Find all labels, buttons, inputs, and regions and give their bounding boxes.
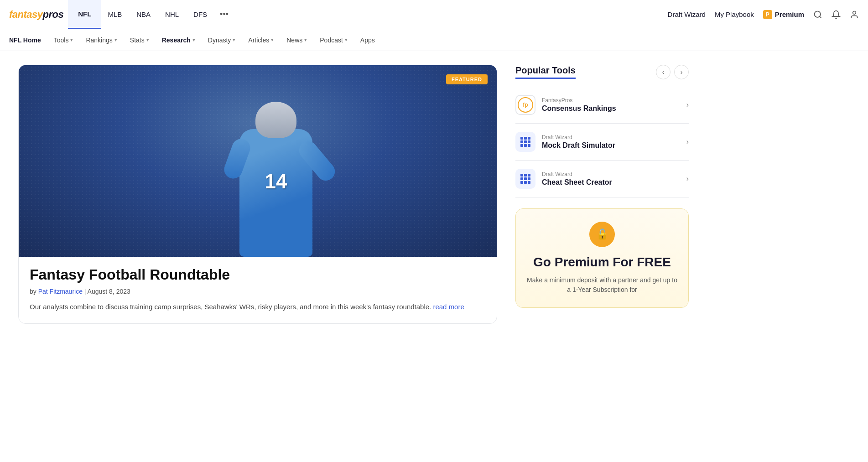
news-chevron-icon: ▾ [304, 37, 307, 43]
top-navigation: fantasypros NFL MLB NBA NHL DFS ••• Draf… [0, 0, 868, 29]
apps-label: Apps [360, 36, 375, 44]
articles-menu[interactable]: Articles ▾ [243, 33, 279, 47]
more-link[interactable]: ••• [215, 6, 233, 23]
apps-link[interactable]: Apps [355, 33, 380, 47]
notifications-button[interactable] [832, 10, 841, 19]
content-area: 14 FEATURED Fantasy Football Roundtable … [18, 65, 497, 324]
premium-lock-icon: 🔓 [589, 222, 615, 247]
dfs-link[interactable]: DFS [187, 7, 213, 22]
nav-links: MLB NBA NHL DFS ••• [101, 6, 667, 23]
podcast-label: Podcast [320, 36, 343, 44]
svg-point-2 [853, 11, 856, 14]
rankings-chevron-icon: ▾ [114, 37, 117, 43]
tools-chevron-icon: ▾ [70, 37, 73, 43]
featured-article-card[interactable]: 14 FEATURED Fantasy Football Roundtable … [18, 65, 497, 324]
nfl-home-link[interactable]: NFL Home [9, 33, 47, 47]
nfl-tab[interactable]: NFL [68, 0, 101, 29]
dynasty-label: Dynasty [208, 36, 231, 44]
research-chevron-icon: ▾ [192, 37, 195, 43]
article-by: by [30, 288, 36, 295]
bell-icon [832, 10, 841, 19]
article-title: Fantasy Football Roundtable [30, 266, 486, 283]
articles-label: Articles [248, 36, 269, 44]
nhl-link[interactable]: NHL [159, 7, 185, 22]
my-playbook-link[interactable]: My Playbook [715, 10, 754, 18]
main-layout: 14 FEATURED Fantasy Football Roundtable … [0, 51, 868, 337]
tool-info-consensus-rankings: FantasyPros Consensus Rankings [542, 97, 680, 113]
tool-chevron-icon-1: › [686, 138, 689, 146]
tool-chevron-icon-0: › [686, 101, 689, 109]
fp-logo: fp [518, 97, 533, 113]
tool-chevron-icon-2: › [686, 175, 689, 183]
premium-promo-description: Make a minimum deposit with a partner an… [527, 275, 677, 295]
stats-menu[interactable]: Stats ▾ [125, 33, 155, 47]
draft-wizard-link[interactable]: Draft Wizard [668, 10, 706, 18]
svg-line-1 [820, 16, 821, 18]
premium-icon: P [763, 10, 772, 19]
dynasty-menu[interactable]: Dynasty ▾ [203, 33, 241, 47]
premium-promo[interactable]: 🔓 Go Premium For FREE Make a minimum dep… [515, 208, 689, 308]
next-tool-button[interactable]: › [674, 65, 689, 79]
stats-label: Stats [130, 36, 145, 44]
article-author-link[interactable]: Pat Fitzmaurice [38, 288, 83, 295]
articles-chevron-icon: ▾ [271, 37, 274, 43]
tool-item-cheat-sheet[interactable]: Draft Wizard Cheat Sheet Creator › [515, 161, 689, 197]
premium-promo-title: Go Premium For FREE [527, 254, 677, 270]
logo-pros: pros [43, 9, 64, 20]
nav-right: Draft Wizard My Playbook P Premium [668, 10, 859, 19]
popular-tools-header: Popular Tools ‹ › [515, 65, 689, 79]
logo[interactable]: fantasypros [9, 9, 63, 21]
tool-category-1: Draft Wizard [542, 134, 680, 140]
premium-label: Premium [775, 10, 804, 18]
read-more-link[interactable]: read more [433, 303, 464, 311]
article-separator: | [84, 288, 88, 295]
tools-label: Tools [54, 36, 69, 44]
user-icon [850, 10, 859, 19]
grid-icon-2 [520, 174, 530, 184]
rankings-menu[interactable]: Rankings ▾ [80, 33, 122, 47]
research-menu[interactable]: Research ▾ [156, 33, 201, 47]
tool-item-consensus-rankings[interactable]: fp FantasyPros Consensus Rankings › [515, 87, 689, 124]
podcast-menu[interactable]: Podcast ▾ [314, 33, 353, 47]
tool-name-1: Mock Draft Simulator [542, 141, 680, 150]
tool-nav-arrows: ‹ › [656, 65, 689, 79]
secondary-navigation: NFL Home Tools ▾ Rankings ▾ Stats ▾ Rese… [0, 29, 868, 51]
prev-tool-button[interactable]: ‹ [656, 65, 670, 79]
dynasty-chevron-icon: ▾ [233, 37, 235, 43]
logo-fantasy: fantasy [9, 9, 43, 20]
tool-name-0: Consensus Rankings [542, 104, 680, 113]
tool-info-cheat-sheet: Draft Wizard Cheat Sheet Creator [542, 171, 680, 187]
article-body: Fantasy Football Roundtable by Pat Fitzm… [19, 257, 497, 323]
popular-tools-title: Popular Tools [515, 65, 576, 79]
tool-category-2: Draft Wizard [542, 171, 680, 177]
tool-category-0: FantasyPros [542, 97, 680, 104]
article-image-bg: 14 [19, 65, 497, 257]
search-button[interactable] [813, 10, 822, 19]
svg-point-0 [815, 11, 821, 17]
mlb-link[interactable]: MLB [101, 7, 128, 22]
search-icon [813, 10, 822, 19]
news-label: News [286, 36, 302, 44]
tools-menu[interactable]: Tools ▾ [48, 33, 79, 47]
tool-item-mock-draft[interactable]: Draft Wizard Mock Draft Simulator › [515, 124, 689, 161]
tool-name-2: Cheat Sheet Creator [542, 178, 680, 187]
sidebar: Popular Tools ‹ › fp FantasyPros Consens… [515, 65, 689, 324]
tool-info-mock-draft: Draft Wizard Mock Draft Simulator [542, 134, 680, 150]
tool-icon-fp: fp [515, 95, 535, 115]
grid-icon-1 [520, 137, 530, 147]
article-image-container: 14 FEATURED [19, 65, 497, 257]
rankings-label: Rankings [86, 36, 112, 44]
podcast-chevron-icon: ▾ [345, 37, 348, 43]
player-figure: 14 [239, 129, 312, 257]
research-label: Research [162, 36, 191, 44]
tool-icon-grid-1 [515, 132, 535, 152]
news-menu[interactable]: News ▾ [281, 33, 312, 47]
article-excerpt: Our analysts combine to discuss training… [30, 301, 486, 312]
article-meta: by Pat Fitzmaurice | August 8, 2023 [30, 288, 486, 295]
stats-chevron-icon: ▾ [146, 37, 149, 43]
account-button[interactable] [850, 10, 859, 19]
article-date: August 8, 2023 [88, 288, 130, 295]
premium-button[interactable]: P Premium [763, 10, 804, 19]
nba-link[interactable]: NBA [130, 7, 157, 22]
featured-badge: FEATURED [446, 74, 488, 84]
